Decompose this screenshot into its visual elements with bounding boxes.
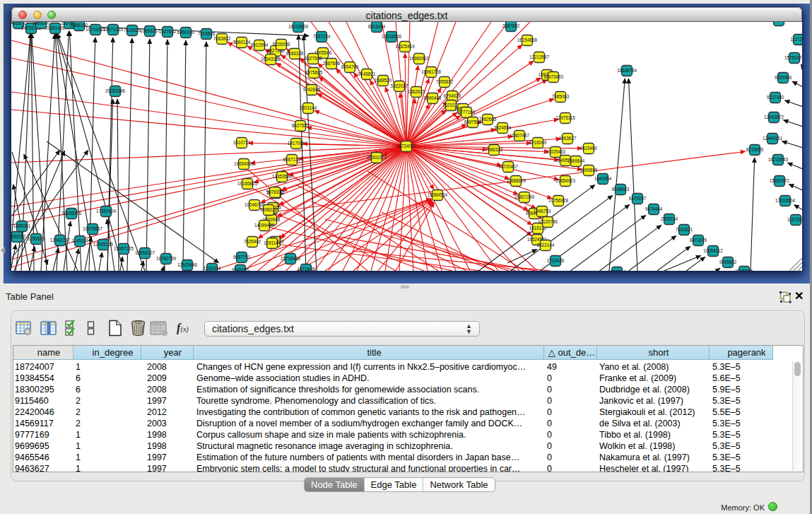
svg-text:19166825: 19166825	[237, 181, 258, 186]
svg-text:10958107: 10958107	[135, 250, 155, 255]
svg-text:8186328: 8186328	[286, 51, 304, 56]
svg-text:8813054: 8813054	[368, 24, 386, 29]
svg-text:1145114: 1145114	[71, 238, 88, 243]
svg-text:9245065: 9245065	[736, 269, 753, 271]
svg-text:1167533: 1167533	[787, 217, 802, 222]
svg-text:2935114: 2935114	[661, 216, 678, 221]
svg-text:6216049: 6216049	[529, 140, 547, 145]
svg-text:15716485: 15716485	[281, 256, 301, 261]
svg-text:15751074: 15751074	[784, 55, 802, 60]
svg-text:15692971: 15692971	[770, 178, 790, 183]
svg-text:8660124: 8660124	[233, 40, 251, 45]
svg-text:17359924: 17359924	[96, 209, 117, 214]
svg-text:1156829: 1156829	[28, 236, 45, 241]
svg-text:8427552: 8427552	[292, 123, 310, 128]
svg-text:16782759: 16782759	[156, 256, 177, 261]
svg-text:16960910: 16960910	[409, 56, 430, 61]
svg-text:9498222: 9498222	[260, 207, 278, 212]
svg-text:1362615: 1362615	[408, 89, 425, 94]
svg-text:7625402: 7625402	[244, 239, 261, 244]
svg-text:16648784: 16648784	[617, 68, 637, 73]
svg-text:11325419: 11325419	[395, 44, 415, 49]
svg-text:1292344: 1292344	[204, 266, 221, 271]
svg-text:16033809: 16033809	[288, 24, 309, 29]
svg-text:7632621: 7632621	[676, 227, 693, 232]
svg-text:10654112: 10654112	[703, 248, 723, 253]
svg-text:7955812: 7955812	[436, 79, 454, 84]
svg-text:9463627: 9463627	[559, 136, 577, 141]
svg-text:1527602: 1527602	[159, 29, 177, 34]
svg-text:9245065: 9245065	[232, 267, 249, 271]
svg-text:14099489: 14099489	[254, 223, 275, 228]
svg-text:10653267: 10653267	[140, 28, 160, 33]
svg-text:7986322: 7986322	[486, 147, 503, 152]
svg-text:2687682: 2687682	[502, 23, 520, 28]
svg-text:25302273: 25302273	[367, 155, 387, 160]
svg-text:16671365: 16671365	[103, 27, 124, 32]
svg-text:7663822: 7663822	[213, 36, 231, 41]
svg-text:13353594: 13353594	[272, 174, 293, 179]
svg-text:1939157: 1939157	[11, 234, 26, 239]
svg-text:9474444: 9474444	[645, 206, 663, 211]
svg-text:1610731: 1610731	[233, 140, 251, 145]
svg-text:18807249: 18807249	[514, 194, 535, 199]
svg-text:12093872: 12093872	[764, 115, 784, 119]
svg-text:8990448: 8990448	[424, 95, 442, 100]
svg-text:16961758: 16961758	[421, 69, 442, 74]
svg-text:17957225: 17957225	[114, 246, 134, 251]
svg-text:1117204: 1117204	[790, 37, 802, 42]
svg-text:9699695: 9699695	[580, 168, 598, 173]
svg-text:1917006: 1917006	[288, 141, 305, 146]
svg-text:8267130: 8267130	[283, 157, 301, 162]
svg-text:6466160: 6466160	[177, 30, 195, 35]
svg-text:12905135: 12905135	[93, 242, 114, 247]
svg-text:10025433: 10025433	[546, 149, 566, 154]
svg-text:9657791: 9657791	[233, 255, 251, 259]
svg-text:3624554: 3624554	[494, 125, 512, 130]
svg-text:9227340: 9227340	[767, 95, 784, 100]
svg-text:10120746: 10120746	[538, 219, 558, 224]
svg-text:10688609: 10688609	[506, 178, 526, 183]
svg-text:1946753: 1946753	[534, 209, 551, 214]
svg-text:1733426: 1733426	[547, 258, 565, 263]
svg-text:20691406: 20691406	[45, 25, 66, 30]
svg-text:1691144: 1691144	[264, 240, 281, 245]
svg-text:2803144: 2803144	[300, 105, 317, 110]
svg-text:16543382: 16543382	[261, 57, 281, 62]
svg-text:8938923: 8938923	[612, 187, 630, 192]
svg-text:9146821: 9146821	[358, 71, 376, 76]
svg-text:7515526: 7515526	[198, 31, 216, 36]
svg-text:8471676: 8471676	[690, 238, 707, 243]
svg-text:19218506: 19218506	[382, 34, 402, 39]
svg-text:7515526: 7515526	[124, 28, 141, 33]
svg-text:12975115: 12975115	[555, 115, 575, 120]
svg-text:1640954: 1640954	[594, 176, 612, 181]
svg-text:5878332: 5878332	[266, 189, 284, 194]
svg-text:12942737: 12942737	[50, 238, 71, 243]
svg-text:10807487: 10807487	[510, 133, 530, 138]
svg-text:19384554: 19384554	[428, 192, 448, 197]
svg-text:16154838: 16154838	[517, 37, 538, 42]
svg-text:9115460: 9115460	[580, 146, 598, 151]
svg-text:9777169: 9777169	[458, 110, 476, 115]
svg-text:7357224: 7357224	[313, 34, 331, 39]
svg-text:1485061: 1485061	[13, 223, 31, 228]
svg-text:1588520: 1588520	[375, 78, 392, 83]
svg-text:5322037: 5322037	[391, 83, 408, 88]
svg-text:12213967: 12213967	[529, 54, 550, 59]
svg-text:8215955: 8215955	[746, 147, 764, 152]
svg-text:9329966: 9329966	[775, 75, 792, 80]
svg-text:8454749: 8454749	[341, 64, 359, 69]
svg-text:9242845: 9242845	[303, 87, 321, 92]
svg-text:12923446: 12923446	[177, 262, 198, 267]
svg-text:15720407: 15720407	[498, 164, 519, 169]
svg-text:10975867: 10975867	[83, 226, 103, 231]
svg-text:9327508: 9327508	[305, 56, 322, 61]
svg-text:2867608: 2867608	[323, 61, 341, 66]
svg-text:6897568: 6897568	[464, 119, 482, 124]
svg-text:5226058: 5226058	[273, 42, 290, 47]
svg-text:20053346: 20053346	[105, 88, 126, 93]
svg-text:18724007: 18724007	[396, 144, 417, 148]
svg-text:19654923: 19654923	[555, 178, 576, 183]
svg-text:7485063: 7485063	[552, 94, 570, 99]
